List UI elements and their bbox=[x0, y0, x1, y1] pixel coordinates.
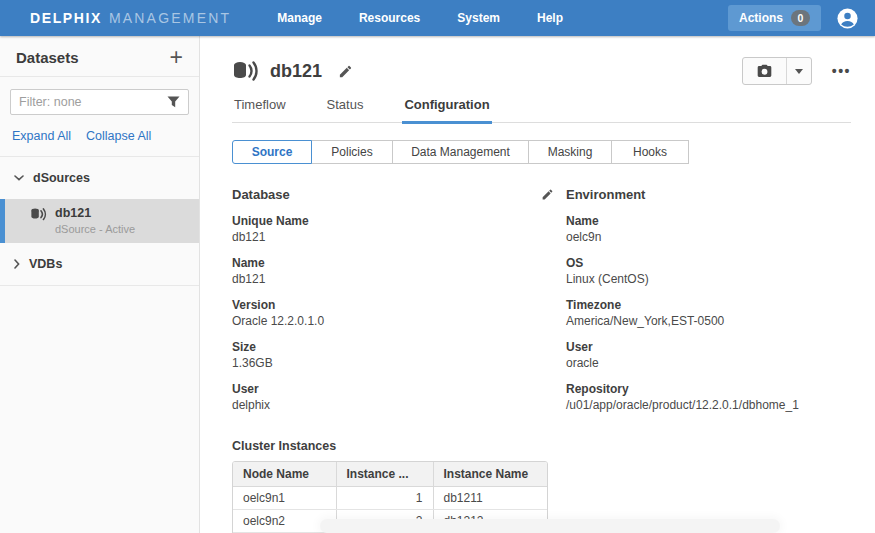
subtab-masking[interactable]: Masking bbox=[528, 140, 612, 164]
brand-logo: DELPHIX MANAGEMENT bbox=[30, 10, 231, 26]
horizontal-scrollbar[interactable] bbox=[320, 519, 780, 533]
field-version: Version Oracle 12.2.0.1.0 bbox=[232, 297, 554, 329]
expand-all-link[interactable]: Expand All bbox=[12, 129, 71, 143]
table-header-row: Node Name Instance ... Instance Name bbox=[233, 462, 547, 487]
menu-item-resources[interactable]: Resources bbox=[359, 11, 420, 25]
tree-item-db121[interactable]: db121 dSource - Active bbox=[0, 199, 199, 243]
header-actions: ••• bbox=[742, 57, 851, 85]
tree-group-vdbs[interactable]: VDBs bbox=[0, 243, 199, 285]
database-heading: Database bbox=[232, 187, 290, 202]
sidebar-header: Datasets + bbox=[0, 36, 199, 77]
configuration-subtabs: Source Policies Data Management Masking … bbox=[232, 140, 689, 164]
column-instance-number[interactable]: Instance ... bbox=[336, 462, 433, 487]
tree-item-name: db121 bbox=[55, 206, 135, 220]
filter-box bbox=[10, 89, 189, 115]
camera-icon bbox=[756, 64, 773, 79]
snapshot-caret-button[interactable] bbox=[787, 58, 811, 84]
actions-button-label: Actions bbox=[739, 11, 783, 25]
dsource-database-icon bbox=[30, 208, 47, 221]
caret-down-icon bbox=[795, 69, 803, 74]
field-repository: Repository /u01/app/oracle/product/12.2.… bbox=[566, 381, 851, 413]
tab-bar: Timeflow Status Configuration bbox=[232, 97, 851, 123]
add-dataset-icon[interactable]: + bbox=[170, 48, 183, 66]
environment-section: Environment Name oelc9n OS Linux (CentOS… bbox=[566, 186, 851, 413]
menu-item-help[interactable]: Help bbox=[537, 11, 563, 25]
edit-database-pencil-icon[interactable] bbox=[541, 188, 554, 201]
chevron-right-icon bbox=[14, 259, 20, 269]
database-section: Database Unique Name db121 Name db121 Ve… bbox=[232, 186, 554, 413]
brand-management: MANAGEMENT bbox=[109, 10, 231, 26]
tree-controls: Expand All Collapse All bbox=[0, 115, 199, 157]
field-unique-name: Unique Name db121 bbox=[232, 213, 554, 245]
actions-count-badge: 0 bbox=[791, 10, 810, 26]
dsource-database-icon-large bbox=[232, 61, 259, 82]
field-db-name: Name db121 bbox=[232, 255, 554, 287]
sidebar-title: Datasets bbox=[16, 49, 79, 66]
dataset-header: db121 ••• bbox=[232, 56, 851, 86]
filter-funnel-icon[interactable] bbox=[167, 96, 180, 108]
field-db-user: User delphix bbox=[232, 381, 554, 413]
menu-item-system[interactable]: System bbox=[457, 11, 500, 25]
subtab-source[interactable]: Source bbox=[232, 140, 312, 164]
tree-group-dsources-label: dSources bbox=[33, 171, 90, 185]
tab-configuration[interactable]: Configuration bbox=[402, 97, 491, 122]
field-env-user: User oracle bbox=[566, 339, 851, 371]
column-node-name[interactable]: Node Name bbox=[233, 462, 336, 487]
top-menu: Manage Resources System Help bbox=[277, 11, 563, 25]
field-size: Size 1.36GB bbox=[232, 339, 554, 371]
subtab-hooks[interactable]: Hooks bbox=[611, 140, 689, 164]
tree-group-vdbs-label: VDBs bbox=[29, 257, 62, 271]
actions-button[interactable]: Actions 0 bbox=[728, 5, 821, 31]
tab-status[interactable]: Status bbox=[325, 97, 366, 122]
page-title: db121 bbox=[270, 61, 322, 82]
source-panels: Database Unique Name db121 Name db121 Ve… bbox=[232, 186, 851, 413]
tree-item-status: dSource - Active bbox=[55, 223, 135, 235]
brand-delphix: DELPHIX bbox=[30, 10, 102, 26]
tree-divider bbox=[0, 285, 199, 286]
tree-group-dsources[interactable]: dSources bbox=[0, 157, 199, 199]
subtab-data-management[interactable]: Data Management bbox=[392, 140, 529, 164]
snapshot-camera-button[interactable] bbox=[743, 58, 787, 84]
field-timezone: Timezone America/New_York,EST-0500 bbox=[566, 297, 851, 329]
cluster-instances-heading: Cluster Instances bbox=[232, 439, 851, 453]
overflow-menu-icon[interactable]: ••• bbox=[832, 63, 851, 79]
main-content: db121 ••• Timeflow Status Configurat bbox=[200, 36, 875, 533]
chevron-down-icon bbox=[14, 175, 24, 181]
edit-name-pencil-icon[interactable] bbox=[338, 64, 353, 79]
menu-item-manage[interactable]: Manage bbox=[277, 11, 322, 25]
field-env-name: Name oelc9n bbox=[566, 213, 851, 245]
user-avatar-icon[interactable] bbox=[836, 7, 859, 30]
navbar-right: Actions 0 bbox=[728, 5, 859, 31]
tab-timeflow[interactable]: Timeflow bbox=[232, 97, 288, 122]
top-navbar: DELPHIX MANAGEMENT Manage Resources Syst… bbox=[0, 0, 875, 36]
subtab-policies[interactable]: Policies bbox=[311, 140, 393, 164]
environment-heading: Environment bbox=[566, 187, 645, 202]
column-instance-name[interactable]: Instance Name bbox=[433, 462, 547, 487]
collapse-all-link[interactable]: Collapse All bbox=[86, 129, 151, 143]
field-os: OS Linux (CentOS) bbox=[566, 255, 851, 287]
snapshot-split-button bbox=[742, 57, 812, 85]
datasets-sidebar: Datasets + Expand All Collapse All dSour… bbox=[0, 36, 200, 533]
table-row[interactable]: oelc9n1 1 db1211 bbox=[233, 487, 547, 510]
filter-input[interactable] bbox=[19, 95, 167, 109]
